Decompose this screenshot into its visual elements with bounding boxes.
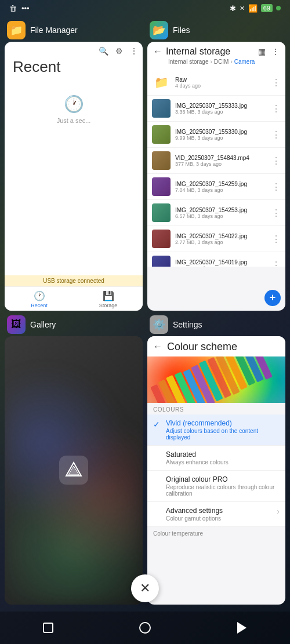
files-back-button[interactable]: ← [153,46,162,57]
file-more-3[interactable]: ⋮ [271,155,281,166]
gallery-logo [59,456,88,485]
bluetooth-icon: ✱ [230,4,236,13]
files-header-row: ← Internal storage ▦ ⋮ [153,46,280,57]
status-left-icons: 🗑 ••• [9,4,30,13]
file-thumb-7 [152,256,171,267]
files-title: Internal storage [166,46,230,57]
settings-back-button[interactable]: ← [153,341,162,352]
nav-recents-button[interactable] [38,617,59,638]
file-info: Raw 4 days ago [175,77,267,89]
file-info-7: IMG_20250307_154019.jpg 4.78 MB, 3 days … [175,259,267,267]
fm-section-title: Recent [5,56,143,83]
file-info-2: IMG_20250307_155330.jpg 9.99 MB, 3 days … [175,129,267,141]
fm-more-icon[interactable]: ⋮ [130,46,138,56]
bottom-nav-bar [0,612,290,644]
files-header: 📂 Files [147,21,285,39]
gallery-section: 🖼 Gallery [5,315,143,605]
file-item-7[interactable]: IMG_20250307_154019.jpg 4.78 MB, 3 days … [147,252,285,267]
files-more-icon[interactable]: ⋮ [271,47,280,56]
gallery-app-title: Gallery [30,320,56,329]
settings-option-original-text: Original colour PRO Reproduce realistic … [166,475,280,497]
file-item-2[interactable]: IMG_20250307_155330.jpg 9.99 MB, 3 days … [147,122,285,148]
fm-clock-icon: 🕐 [64,94,84,114]
file-info-6: IMG_20250307_154022.jpg 2.77 MB, 3 days … [175,233,267,245]
settings-advanced-title: Advanced settings [166,507,272,515]
settings-option-saturated[interactable]: ✓ Saturated Always enhance colours [147,446,285,471]
files-app-title: Files [173,26,190,35]
settings-advanced-desc: Colour gamut options [166,515,272,522]
file-more-6[interactable]: ⋮ [271,234,281,245]
files-section: 📂 Files ← Internal storage ▦ ⋮ Internal … [147,21,285,311]
gallery-app-icon: 🖼 [7,315,26,334]
file-manager-icon: 📁 [7,21,26,39]
more-dots-icon: ••• [21,4,30,13]
file-info-3: VID_20250307_154843.mp4 377 MB, 3 days a… [175,155,267,167]
file-info-4: IMG_20250307_154259.jpg 7.04 MB, 3 days … [175,181,267,193]
close-all-button[interactable]: ✕ [131,574,159,602]
file-item-3[interactable]: VID_20250307_154843.mp4 377 MB, 3 days a… [147,148,285,174]
settings-option-vivid[interactable]: ✓ Vivid (recommended) Adjust colours bas… [147,414,285,446]
fm-storage-icon: 💾 [103,290,114,301]
file-info-1: IMG_20250307_155333.jpg 3.36 MB, 3 days … [175,103,267,115]
settings-option-original[interactable]: ✓ Original colour PRO Reproduce realisti… [147,471,285,502]
files-card[interactable]: ← Internal storage ▦ ⋮ Internal storage … [147,42,285,311]
fm-nav-storage[interactable]: 💾 Storage [74,287,143,311]
fm-nav-recent[interactable]: 🕐 Recent [5,287,74,311]
file-more-2[interactable]: ⋮ [271,129,281,140]
file-manager-header: 📁 File Manager [5,21,143,39]
green-dot [276,6,281,10]
file-more-4[interactable]: ⋮ [271,181,281,192]
file-item-1[interactable]: IMG_20250307_155333.jpg 3.36 MB, 3 days … [147,96,285,122]
battery-indicator: 69 [261,4,273,12]
file-thumb-5 [152,203,171,222]
fm-recent-icon: 🕐 [34,290,45,301]
trash-icon: 🗑 [9,4,17,13]
settings-no-check-3: ✓ [153,507,161,516]
colour-scheme-image [147,356,285,403]
files-card-header: ← Internal storage ▦ ⋮ Internal storage … [147,42,285,70]
files-grid-icon[interactable]: ▦ [258,47,266,56]
x-signal-icon: ✕ [240,5,245,12]
settings-no-check-2: ✓ [153,476,161,485]
settings-option-advanced[interactable]: ✓ Advanced settings Colour gamut options… [147,502,285,527]
file-thumb-2 [152,125,171,144]
file-manager-section: 📁 File Manager 🔍 ⚙ ⋮ Recent 🕐 Just a sec… [5,21,143,311]
files-breadcrumb: Internal storage › DCIM › Camera [153,57,280,67]
nav-back-icon [237,622,246,634]
settings-original-desc: Reproduce realistic colours through colo… [166,484,280,497]
settings-card[interactable]: ← Colour scheme [147,336,285,605]
gallery-card[interactable] [5,336,143,605]
file-more-7[interactable]: ⋮ [271,260,281,267]
nav-home-button[interactable] [135,617,155,638]
file-manager-card[interactable]: 🔍 ⚙ ⋮ Recent 🕐 Just a sec... USB storage… [5,42,143,311]
settings-app-title: Settings [173,320,202,329]
files-fab-button[interactable]: + [264,290,281,306]
nav-back-button[interactable] [231,617,252,638]
fm-content: 🕐 Just a sec... [5,83,143,136]
file-more-icon[interactable]: ⋮ [271,77,281,88]
fm-toolbar: 🔍 ⚙ ⋮ [5,42,143,56]
settings-check-icon: ✓ [153,420,161,429]
file-more-1[interactable]: ⋮ [271,103,281,114]
file-item-6[interactable]: IMG_20250307_154022.jpg 2.77 MB, 3 days … [147,226,285,252]
gallery-header: 🖼 Gallery [5,315,143,334]
file-item-raw[interactable]: 📁 Raw 4 days ago ⋮ [147,70,285,96]
settings-section-label: Colours [147,403,285,414]
settings-card-title: Colour scheme [167,341,237,353]
settings-vivid-title: Vivid (recommended) [166,419,280,427]
fm-nav: 🕐 Recent 💾 Storage [5,286,143,311]
status-right-icons: ✱ ✕ 📶 69 [230,4,281,13]
file-more-5[interactable]: ⋮ [271,208,281,219]
fm-filter-icon[interactable]: ⚙ [115,46,123,56]
colour-temp-label: Colour temperature [147,527,285,540]
settings-option-advanced-text: Advanced settings Colour gamut options [166,507,272,522]
files-actions: ▦ ⋮ [258,47,280,56]
settings-original-title: Original colour PRO [166,475,280,483]
fm-search-icon[interactable]: 🔍 [99,46,108,56]
folder-thumb: 📁 [152,73,171,92]
file-item-5[interactable]: IMG_20250307_154253.jpg 6.57 MB, 3 days … [147,200,285,226]
file-item-4[interactable]: IMG_20250307_154259.jpg 7.04 MB, 3 days … [147,174,285,200]
wifi-icon: 📶 [248,4,258,13]
nav-home-icon [139,622,151,634]
settings-header: ⚙️ Settings [147,315,285,334]
